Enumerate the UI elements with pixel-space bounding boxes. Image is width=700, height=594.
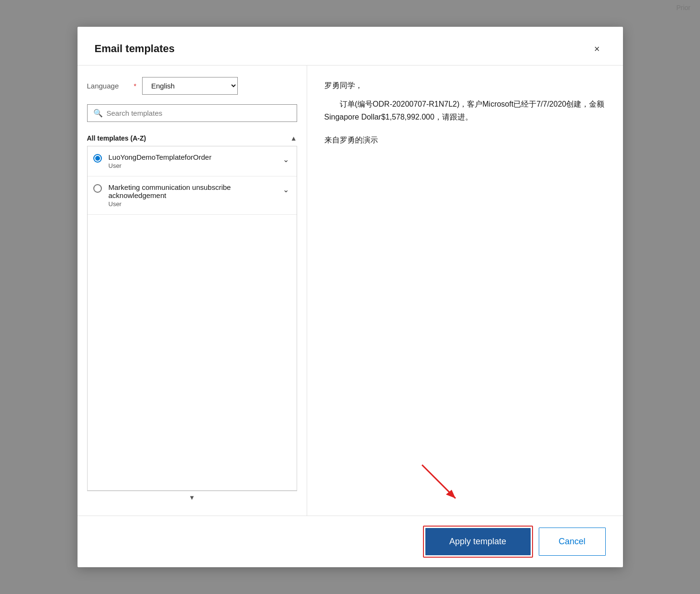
required-star: * — [134, 82, 136, 90]
templates-list-title: All templates (A-Z) — [87, 134, 146, 142]
apply-button-wrapper: Apply template — [423, 526, 533, 558]
template-name-1: LuoYongDemoTemplateforOrder — [109, 153, 277, 161]
search-icon: 🔍 — [93, 109, 103, 118]
preview-body: 订单(编号ODR-20200707-R1N7L2)，客户Microsoft已经于… — [324, 98, 606, 123]
templates-scroll-area: LuoYongDemoTemplateforOrder User ⌄ Marke… — [87, 146, 297, 491]
language-dropdown[interactable]: English — [142, 77, 238, 95]
apply-template-button[interactable]: Apply template — [425, 528, 531, 555]
email-templates-modal: Email templates × Language * English — [78, 27, 623, 567]
close-button[interactable]: × — [589, 40, 606, 57]
radio-button-1[interactable] — [93, 154, 102, 163]
template-info-2: Marketing communication unsubscribe ackn… — [109, 183, 277, 208]
left-panel: Language * English 🔍 All templates (A-Z) — [78, 66, 307, 516]
template-item-2[interactable]: Marketing communication unsubscribe ackn… — [88, 176, 297, 215]
language-row: Language * English — [87, 77, 297, 95]
template-info-1: LuoYongDemoTemplateforOrder User — [109, 153, 277, 169]
modal-title: Email templates — [95, 43, 175, 55]
scroll-down-button[interactable]: ▼ — [87, 491, 297, 504]
cancel-button[interactable]: Cancel — [539, 528, 606, 556]
preview-greeting: 罗勇同学， — [324, 79, 606, 92]
apply-button-outline: Apply template — [423, 526, 533, 558]
template-name-2: Marketing communication unsubscribe ackn… — [109, 183, 277, 199]
chevron-button-2[interactable]: ⌄ — [281, 183, 291, 196]
modal-body: Language * English 🔍 All templates (A-Z) — [78, 66, 623, 516]
chevron-button-1[interactable]: ⌄ — [281, 153, 291, 166]
language-label: Language — [87, 82, 130, 90]
preview-content: 罗勇同学， 订单(编号ODR-20200707-R1N7L2)，客户Micros… — [324, 79, 606, 146]
page-background: Prior Email templates × Language * Engli… — [0, 0, 700, 594]
template-type-2: User — [109, 200, 277, 208]
modal-overlay: Email templates × Language * English — [0, 0, 700, 594]
preview-signature: 来自罗勇的演示 — [324, 133, 606, 146]
templates-list-header: All templates (A-Z) ▲ — [87, 131, 297, 146]
template-item-1[interactable]: LuoYongDemoTemplateforOrder User ⌄ — [88, 146, 297, 176]
right-panel: 罗勇同学， 订单(编号ODR-20200707-R1N7L2)，客户Micros… — [307, 66, 623, 516]
modal-header: Email templates × — [78, 27, 623, 66]
radio-button-2[interactable] — [93, 184, 102, 193]
search-input[interactable] — [107, 109, 291, 117]
search-box: 🔍 — [87, 104, 297, 122]
modal-footer: Apply template Cancel — [78, 516, 623, 567]
template-type-1: User — [109, 162, 277, 169]
scroll-up-button[interactable]: ▲ — [290, 134, 297, 142]
